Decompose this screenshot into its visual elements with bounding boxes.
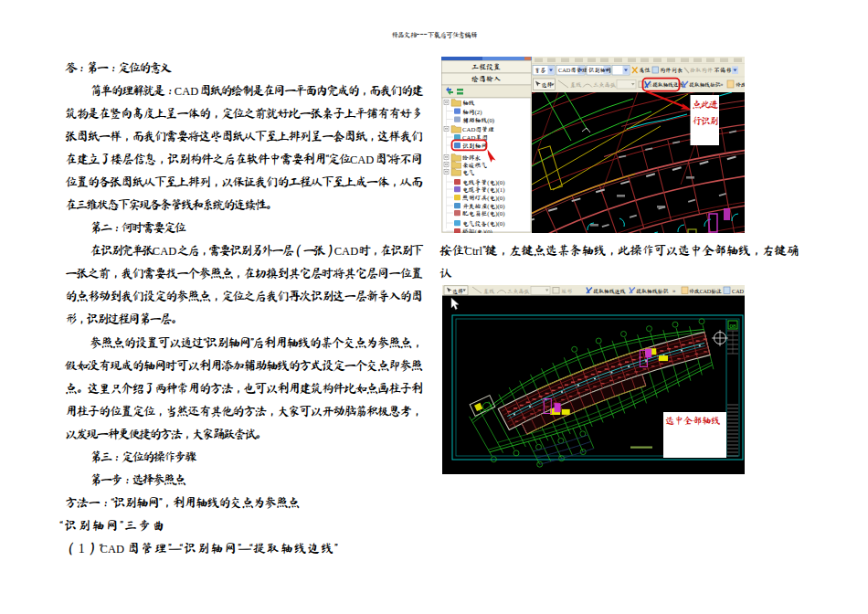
svg-text:绘图输入: 绘图输入 [471,75,501,82]
svg-text:直线: 直线 [483,289,494,294]
svg-text:修改CAD标注: 修改CAD标注 [689,289,722,295]
svg-text:照明灯具(电)(0): 照明灯具(电)(0) [462,195,504,202]
svg-text:行识别: 行识别 [693,115,718,126]
svg-text:首层: 首层 [535,67,546,73]
svg-text:直线: 直线 [570,81,582,88]
svg-text:»: » [720,80,724,87]
svg-text:矩形: 矩形 [561,289,572,294]
svg-text:构件列表: 构件列表 [660,67,683,74]
svg-text:CAD图管理: CAD图管理 [558,67,587,73]
svg-text:08: 08 [730,323,737,329]
svg-text:配电箱柜(电)(0): 配电箱柜(电)(0) [462,210,504,217]
svg-text:三点画弧: 三点画弧 [593,81,617,88]
svg-text:工程设置: 工程设置 [471,63,501,70]
svg-text:轴线: 轴线 [462,100,475,106]
svg-text:给排水: 给排水 [462,154,482,161]
svg-text:采暖燃气: 采暖燃气 [462,162,487,169]
svg-text:CAD: CAD [732,289,745,294]
svg-text:选择: 选择 [542,81,554,89]
svg-text:属性: 属性 [639,67,651,73]
svg-text:提取轴线边线: 提取轴线边线 [593,289,625,295]
svg-text:识别轴网: 识别轴网 [462,143,487,150]
svg-text:辅助轴线(0): 辅助轴线(0) [462,117,494,124]
svg-text:开关插座(电)(0): 开关插座(电)(0) [462,203,504,210]
svg-text:提取轴线标识: 提取轴线标识 [636,289,668,295]
svg-text:选中全部轴线: 选中全部轴线 [665,416,720,426]
svg-text:桥架(电)(0): 桥架(电)(0) [461,228,492,233]
svg-text:不偏移: 不偏移 [714,67,732,73]
svg-text:轴网(2): 轴网(2) [462,109,482,116]
svg-text:电气设备(电)(0): 电气设备(电)(0) [462,220,504,228]
svg-text:电缆导管(电)(1): 电缆导管(电)(1) [462,186,504,194]
svg-text:提取轴线标识: 提取轴线标识 [689,82,720,88]
svg-text:CAD图管理: CAD图管理 [462,126,494,132]
svg-text:拾取构件: 拾取构件 [690,67,714,73]
svg-text:三点画弧: 三点画弧 [507,289,530,294]
svg-text:修改: 修改 [736,82,745,88]
svg-text:识别轴网: 识别轴网 [588,67,611,74]
svg-text:电线导管(电)(0): 电线导管(电)(0) [462,179,504,186]
svg-text:电气: 电气 [462,169,475,176]
svg-text:»: » [672,287,676,293]
svg-text:选择: 选择 [452,288,463,295]
svg-text:点此进: 点此进 [693,99,719,110]
